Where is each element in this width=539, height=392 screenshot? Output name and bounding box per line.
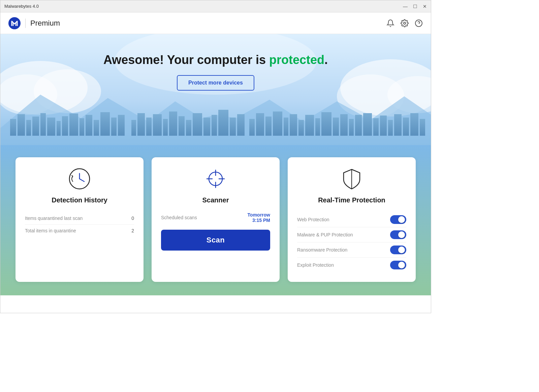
protect-more-devices-button[interactable]: Protect more devices	[177, 75, 254, 91]
svg-rect-39	[218, 110, 228, 136]
svg-rect-19	[57, 121, 61, 136]
svg-rect-20	[62, 116, 68, 136]
detection-history-card: Detection History Items quarantined last…	[15, 157, 144, 282]
ransomware-protection-toggle[interactable]	[390, 246, 406, 254]
svg-rect-15	[26, 120, 31, 136]
window-controls: — ☐ ✕	[403, 4, 427, 9]
protection-row-web: Web Protection	[297, 212, 406, 227]
cards-section: Detection History Items quarantined last…	[0, 145, 431, 295]
svg-rect-60	[394, 114, 402, 136]
scan-button[interactable]: Scan	[161, 230, 270, 251]
svg-rect-32	[163, 119, 168, 136]
svg-rect-51	[321, 112, 331, 136]
malwarebytes-logo	[8, 17, 21, 29]
svg-rect-35	[186, 120, 191, 136]
scanner-icon	[203, 167, 228, 191]
svg-rect-29	[137, 113, 145, 136]
settings-button[interactable]	[401, 19, 409, 27]
scheduled-time: Tomorrow3:15 PM	[248, 212, 270, 223]
svg-rect-52	[333, 118, 339, 136]
minimize-button[interactable]: —	[403, 4, 408, 9]
svg-rect-22	[80, 118, 84, 136]
close-button[interactable]: ✕	[423, 4, 427, 9]
svg-rect-49	[305, 115, 314, 136]
svg-rect-14	[18, 114, 25, 136]
svg-rect-27	[118, 115, 125, 136]
scheduled-scans-row: Scheduled scans Tomorrow3:15 PM	[161, 212, 270, 223]
svg-rect-40	[230, 118, 236, 136]
svg-rect-23	[86, 115, 92, 136]
malware-protection-toggle[interactable]	[390, 230, 406, 239]
svg-rect-17	[40, 113, 46, 136]
svg-rect-42	[249, 119, 255, 136]
svg-rect-56	[363, 113, 372, 136]
hero-section: Awesome! Your computer is protected. Pro…	[0, 34, 431, 145]
hero-title-prefix: Awesome! Your computer is	[103, 53, 269, 67]
svg-rect-59	[388, 120, 393, 136]
stat-label-total: Total items in quarantine	[25, 228, 76, 233]
svg-rect-30	[146, 118, 152, 136]
svg-rect-21	[69, 113, 78, 136]
scanner-title: Scanner	[202, 196, 229, 204]
svg-point-1	[404, 22, 406, 24]
detection-history-title: Detection History	[52, 196, 107, 204]
hero-title: Awesome! Your computer is protected.	[103, 53, 328, 67]
svg-rect-63	[420, 119, 425, 136]
scanner-icon-wrap	[203, 167, 228, 191]
svg-rect-50	[315, 118, 320, 136]
protection-row-ransomware: Ransomware Protection	[297, 242, 406, 258]
protection-label-ransomware: Ransomware Protection	[297, 247, 347, 253]
header-divider	[25, 19, 26, 28]
scanner-body: Scheduled scans Tomorrow3:15 PM Scan	[161, 212, 270, 251]
svg-rect-34	[179, 116, 185, 136]
svg-rect-48	[298, 120, 304, 136]
svg-rect-47	[290, 114, 297, 136]
svg-rect-43	[256, 113, 264, 136]
svg-rect-33	[169, 111, 177, 136]
realtime-body: Web Protection Malware & PUP Protection …	[297, 212, 406, 272]
svg-rect-53	[340, 114, 348, 136]
hero-content: Awesome! Your computer is protected. Pro…	[0, 34, 431, 91]
header: Premium	[0, 12, 431, 34]
exploit-protection-toggle[interactable]	[390, 261, 406, 269]
maximize-button[interactable]: ☐	[413, 4, 417, 9]
svg-rect-55	[355, 115, 362, 136]
titlebar: Malwarebytes 4.0 — ☐ ✕	[0, 0, 431, 12]
header-left: Premium	[8, 17, 60, 29]
stat-row-total: Total items in quarantine 2	[25, 225, 134, 237]
notifications-button[interactable]	[386, 19, 394, 27]
svg-rect-31	[153, 114, 162, 136]
header-icons	[386, 19, 423, 27]
detection-history-icon-wrap	[67, 167, 92, 191]
protection-row-exploit: Exploit Protection	[297, 258, 406, 272]
hero-title-suffix: .	[324, 53, 328, 67]
realtime-protection-card: Real-Time Protection Web Protection Malw…	[288, 157, 416, 282]
svg-rect-41	[237, 114, 245, 136]
realtime-title: Real-Time Protection	[318, 196, 385, 204]
svg-rect-13	[10, 119, 16, 136]
svg-rect-36	[193, 113, 202, 136]
svg-rect-62	[410, 113, 418, 136]
protection-label-exploit: Exploit Protection	[297, 262, 334, 268]
svg-rect-57	[373, 118, 379, 136]
web-protection-toggle[interactable]	[390, 215, 406, 224]
protection-label-web: Web Protection	[297, 217, 329, 222]
svg-rect-24	[94, 120, 99, 136]
svg-rect-16	[32, 117, 39, 136]
svg-line-66	[80, 179, 84, 182]
svg-rect-38	[212, 115, 217, 136]
brand-name: Premium	[30, 19, 60, 28]
svg-rect-58	[380, 116, 387, 136]
realtime-protection-icon	[340, 167, 364, 191]
svg-rect-25	[100, 112, 110, 136]
svg-rect-26	[111, 118, 117, 136]
hero-title-highlight: protected	[269, 53, 324, 67]
svg-rect-45	[273, 111, 282, 136]
stat-value-total: 2	[131, 228, 134, 233]
detection-history-body: Items quarantined last scan 0 Total item…	[25, 212, 134, 237]
svg-rect-46	[284, 118, 288, 136]
stat-value-quarantined: 0	[131, 216, 134, 221]
help-button[interactable]	[415, 19, 423, 27]
svg-rect-44	[265, 117, 272, 136]
app-title: Malwarebytes 4.0	[4, 4, 39, 9]
